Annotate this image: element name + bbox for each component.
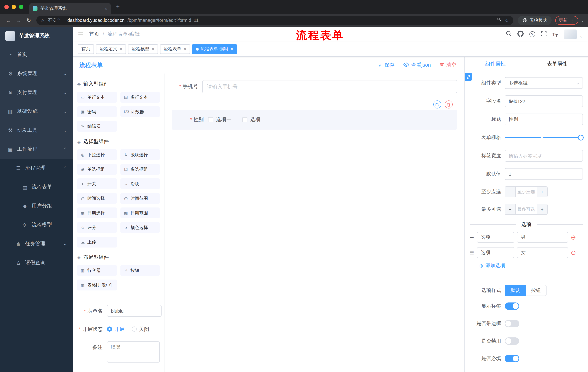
back-button[interactable]: ← xyxy=(4,16,13,25)
toggle-switch[interactable] xyxy=(505,355,519,362)
sidebar-menu-item[interactable]: ⋔ 任务管理 ⌄ xyxy=(0,234,73,253)
avatar-caret-icon[interactable]: ⌄ xyxy=(580,34,583,39)
tag-close-icon[interactable]: × xyxy=(231,46,233,52)
address-bar[interactable]: ⚠ 不安全 dashboard.yudao.iocoder.cn/bpm/man… xyxy=(36,16,514,25)
add-option-button[interactable]: ⊕ 添加选项 xyxy=(479,262,583,269)
component-chip[interactable]: ▩ 日期范围 xyxy=(120,207,160,218)
toolbar-overflow-caret-icon[interactable]: ⌄ xyxy=(581,18,584,23)
user-avatar[interactable] xyxy=(564,29,577,39)
increase-button[interactable]: + xyxy=(537,204,547,214)
component-chip[interactable]: ◉ 单选框组 xyxy=(77,164,117,175)
sidebar-toggle-icon[interactable]: ☰ xyxy=(78,30,84,38)
remove-option-icon[interactable]: ⊖ xyxy=(571,234,576,240)
component-chip[interactable]: ◴ 时间范围 xyxy=(120,193,160,204)
tag-close-icon[interactable]: × xyxy=(152,46,154,52)
tab-form-props[interactable]: 表单属性 xyxy=(526,57,588,71)
component-chip[interactable]: ◐ 开关 xyxy=(77,178,117,189)
checkbox-option-2[interactable]: 选项二 xyxy=(242,117,266,123)
tag-view-item[interactable]: 流程表单-编辑 × xyxy=(192,44,237,54)
tag-close-icon[interactable]: × xyxy=(184,46,186,52)
sidebar-menu-item[interactable]: ⚙ 系统管理 ⌄ xyxy=(0,64,73,83)
remove-option-icon[interactable]: ⊖ xyxy=(571,250,576,256)
reload-button[interactable]: ↻ xyxy=(24,16,33,25)
canvas-field-gender-selected[interactable]: 性别 选项一 选项二 xyxy=(172,110,457,130)
tab-close-icon[interactable]: × xyxy=(105,6,107,11)
toggle-switch[interactable] xyxy=(505,302,519,310)
component-type-value[interactable] xyxy=(505,77,583,89)
drag-handle-icon[interactable]: ☰ xyxy=(470,234,474,240)
toggle-switch[interactable] xyxy=(505,320,519,327)
save-button[interactable]: ✓ 保存 xyxy=(378,62,394,68)
sidebar-menu-item[interactable]: ▥ 基础设施 ⌄ xyxy=(0,102,73,121)
sidebar-menu-item[interactable]: ☰ 流程管理 ⌃ xyxy=(0,159,73,178)
sidebar-menu-item[interactable]: ☻ 用户分组 xyxy=(0,197,73,215)
min-select-value[interactable]: 至少应选 xyxy=(515,187,537,197)
remark-textarea[interactable]: 嘿嘿 xyxy=(107,341,160,362)
component-chip[interactable]: ↳ 级联选择 xyxy=(120,149,160,160)
component-chip[interactable]: ☆ 评分 xyxy=(77,222,117,233)
component-chip[interactable]: ▭ 单行文本 xyxy=(77,92,117,103)
option-name-input[interactable] xyxy=(477,232,514,243)
copy-field-button[interactable] xyxy=(433,100,441,108)
title-input[interactable] xyxy=(505,114,583,125)
component-chip[interactable]: ▣ 密码 xyxy=(77,106,117,117)
minimize-window-button[interactable] xyxy=(12,5,16,9)
component-chip[interactable]: ◷ 时间选择 xyxy=(77,193,117,204)
style-default-button[interactable]: 默认 xyxy=(505,285,526,296)
form-name-input[interactable] xyxy=(107,305,162,317)
component-chip[interactable]: ☑ 多选框组 xyxy=(120,164,160,175)
component-chip[interactable]: ▦ 日期选择 xyxy=(77,207,117,218)
drag-handle-icon[interactable]: ☰ xyxy=(470,250,474,255)
tag-view-item[interactable]: 首页 × xyxy=(78,44,94,54)
component-chip[interactable]: ☁ 上传 xyxy=(77,237,117,247)
slider-handle[interactable] xyxy=(578,135,584,140)
option-name-input[interactable] xyxy=(477,247,514,258)
close-window-button[interactable] xyxy=(4,5,9,9)
forward-button[interactable]: → xyxy=(14,16,23,25)
new-tab-button[interactable]: + xyxy=(116,3,120,11)
sidebar-menu-item[interactable]: ✈ 流程模型 xyxy=(0,215,73,234)
toggle-switch[interactable] xyxy=(505,337,519,345)
browser-menu-icon[interactable]: ⋮ xyxy=(570,18,575,23)
sidebar-menu-item[interactable]: ♙ 请假查询 xyxy=(0,253,73,272)
component-chip[interactable]: ✎ 编辑器 xyxy=(77,121,117,132)
fullscreen-icon[interactable] xyxy=(541,31,546,38)
breadcrumb-root[interactable]: 首页 xyxy=(89,31,100,37)
sidebar-menu-item[interactable]: ¥ 支付管理 ⌄ xyxy=(0,83,73,102)
component-chip[interactable]: ▥ 行容器 xyxy=(77,265,117,276)
delete-field-button[interactable] xyxy=(445,100,453,108)
form-canvas[interactable]: 手机号 xyxy=(165,74,464,372)
style-button-button[interactable]: 按钮 xyxy=(526,285,546,296)
max-select-value[interactable]: 最多可选 xyxy=(515,204,537,214)
grid-slider[interactable] xyxy=(505,132,583,143)
sidebar-menu-item[interactable]: ▣ 工作流程 ⌃ xyxy=(0,140,73,159)
component-chip[interactable]: ↔ 滑块 xyxy=(120,178,160,189)
update-chip[interactable]: 更新 ⋮ xyxy=(555,16,578,25)
decrease-button[interactable]: − xyxy=(505,187,515,197)
field-name-input[interactable] xyxy=(505,95,583,107)
phone-input[interactable] xyxy=(202,80,457,93)
increase-button[interactable]: + xyxy=(537,187,547,197)
component-chip[interactable]: 123 计数器 xyxy=(120,106,160,117)
component-chip[interactable]: ▤ 多行文本 xyxy=(120,92,160,103)
label-width-input[interactable] xyxy=(505,150,583,162)
clear-button[interactable]: 清空 xyxy=(440,62,456,68)
option-value-input[interactable] xyxy=(517,247,568,258)
search-icon[interactable] xyxy=(505,31,511,38)
canvas-field-phone[interactable]: 手机号 xyxy=(172,80,457,93)
app-logo[interactable]: 芋道管理系统 xyxy=(0,27,73,45)
radio-closed[interactable]: 关闭 xyxy=(132,323,149,335)
link-badge-icon[interactable] xyxy=(465,73,472,81)
password-key-icon[interactable] xyxy=(497,18,502,23)
component-chip[interactable]: ☝ 按钮 xyxy=(120,265,160,276)
decrease-button[interactable]: − xyxy=(505,204,515,214)
tag-view-item[interactable]: 流程模型 × xyxy=(128,44,158,54)
tag-view-item[interactable]: 流程表单 × xyxy=(160,44,190,54)
maximize-window-button[interactable] xyxy=(19,5,23,9)
option-value-input[interactable] xyxy=(517,232,568,243)
sidebar-menu-item[interactable]: ▤ 流程表单 xyxy=(0,178,73,197)
tag-close-icon[interactable]: × xyxy=(120,46,122,52)
sidebar-menu-item[interactable]: ⚒ 研发工具 ⌄ xyxy=(0,121,73,140)
browser-tab[interactable]: 芋道管理系统 × xyxy=(29,3,111,14)
github-icon[interactable] xyxy=(517,30,524,38)
